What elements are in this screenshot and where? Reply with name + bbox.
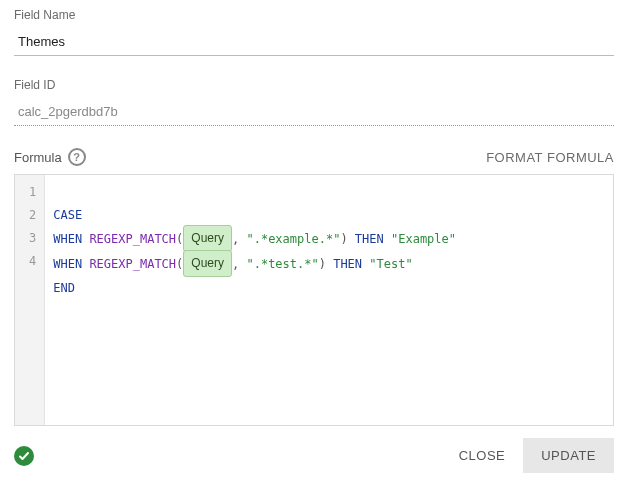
close-button[interactable]: CLOSE [441, 438, 524, 473]
fn-regexp: REGEXP_MATCH [89, 232, 176, 246]
help-icon[interactable]: ? [68, 148, 86, 166]
kw-then: THEN [355, 232, 384, 246]
kw-end: END [53, 281, 75, 295]
chip-query[interactable]: Query [183, 225, 232, 252]
field-id-label: Field ID [14, 78, 614, 92]
formula-editor[interactable]: 1234 CASE WHEN REGEXP_MATCH(Query, ".*ex… [14, 174, 614, 426]
field-name-input[interactable] [14, 28, 614, 56]
kw-when-2: WHEN [53, 257, 82, 271]
str-res2: "Test" [369, 257, 412, 271]
str-pat1: ".*example.*" [246, 232, 340, 246]
str-res1: "Example" [391, 232, 456, 246]
format-formula-button[interactable]: FORMAT FORMULA [486, 150, 614, 165]
field-id-input[interactable] [14, 98, 614, 126]
editor-code[interactable]: CASE WHEN REGEXP_MATCH(Query, ".*example… [45, 175, 613, 425]
editor-gutter: 1234 [15, 175, 45, 425]
update-button[interactable]: UPDATE [523, 438, 614, 473]
kw-then-2: THEN [333, 257, 362, 271]
formula-label: Formula [14, 150, 62, 165]
field-name-label: Field Name [14, 8, 614, 22]
str-pat2: ".*test.*" [246, 257, 318, 271]
fn-regexp-2: REGEXP_MATCH [89, 257, 176, 271]
chip-query-2[interactable]: Query [183, 250, 232, 277]
status-valid-icon [14, 446, 34, 466]
kw-case: CASE [53, 208, 82, 222]
kw-when: WHEN [53, 232, 82, 246]
